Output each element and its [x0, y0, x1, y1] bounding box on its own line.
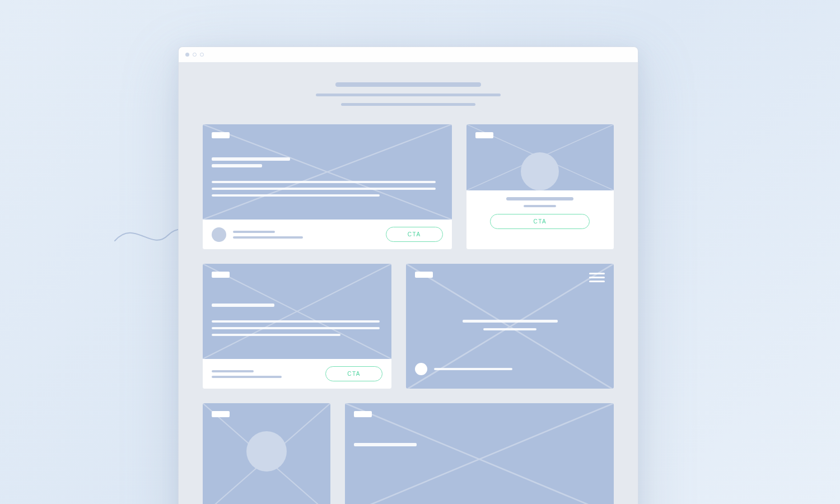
profile-card-small[interactable]	[202, 403, 331, 504]
svg-line-4	[203, 264, 391, 359]
hero-card[interactable]	[405, 263, 614, 389]
cta-button[interactable]: CTA	[490, 214, 590, 229]
page-title-placeholder	[335, 82, 481, 87]
browser-window: CTA CTA	[178, 46, 638, 504]
svg-line-10	[345, 403, 614, 504]
card-tag-placeholder	[475, 132, 493, 138]
card-tag-placeholder	[212, 272, 230, 278]
card-heading-placeholder	[212, 304, 274, 307]
card-heading-placeholder	[354, 443, 417, 446]
menu-icon[interactable]	[589, 273, 605, 282]
window-control-minimize[interactable]	[193, 53, 197, 57]
hero-subtitle-placeholder	[483, 328, 536, 330]
page-subtitle-placeholder	[316, 94, 501, 96]
card-heading-placeholder	[212, 164, 262, 167]
author-meta-placeholder	[233, 236, 303, 239]
card-text-placeholder	[212, 327, 380, 329]
card-tag-placeholder	[354, 411, 372, 417]
card-text-placeholder	[212, 181, 436, 183]
card-heading-placeholder	[212, 157, 290, 161]
card-tag-placeholder	[212, 132, 230, 138]
author-name-placeholder	[233, 231, 275, 233]
article-card[interactable]: CTA	[202, 263, 392, 389]
content-card[interactable]	[344, 403, 614, 504]
cta-button[interactable]: CTA	[386, 227, 443, 242]
author-avatar-placeholder	[415, 363, 427, 375]
window-title-bar	[179, 47, 638, 63]
profile-name-placeholder	[506, 197, 573, 200]
card-text-placeholder	[212, 194, 380, 197]
page-subtitle-placeholder	[341, 103, 475, 106]
profile-avatar-placeholder	[246, 431, 287, 472]
svg-line-0	[203, 124, 452, 220]
svg-line-5	[203, 264, 391, 359]
hero-title-placeholder	[463, 320, 558, 323]
feature-card-large[interactable]: CTA	[202, 124, 452, 250]
card-grid: CTA CTA	[179, 117, 638, 504]
card-text-placeholder	[212, 320, 380, 323]
window-control-maximize[interactable]	[200, 53, 204, 57]
card-tag-placeholder	[212, 411, 230, 417]
svg-line-11	[345, 403, 614, 504]
card-meta-placeholder	[212, 376, 282, 378]
window-control-close[interactable]	[185, 53, 189, 57]
card-meta-placeholder	[212, 370, 254, 372]
card-text-placeholder	[212, 334, 340, 336]
author-avatar-placeholder	[212, 227, 226, 242]
profile-avatar-placeholder	[521, 152, 559, 190]
card-tag-placeholder	[415, 272, 433, 278]
page-header	[179, 63, 638, 117]
cta-button[interactable]: CTA	[325, 366, 382, 381]
svg-line-1	[203, 124, 452, 220]
card-text-placeholder	[212, 188, 436, 190]
author-name-placeholder	[434, 368, 512, 370]
profile-meta-placeholder	[524, 205, 556, 207]
profile-card[interactable]: CTA	[466, 124, 614, 250]
